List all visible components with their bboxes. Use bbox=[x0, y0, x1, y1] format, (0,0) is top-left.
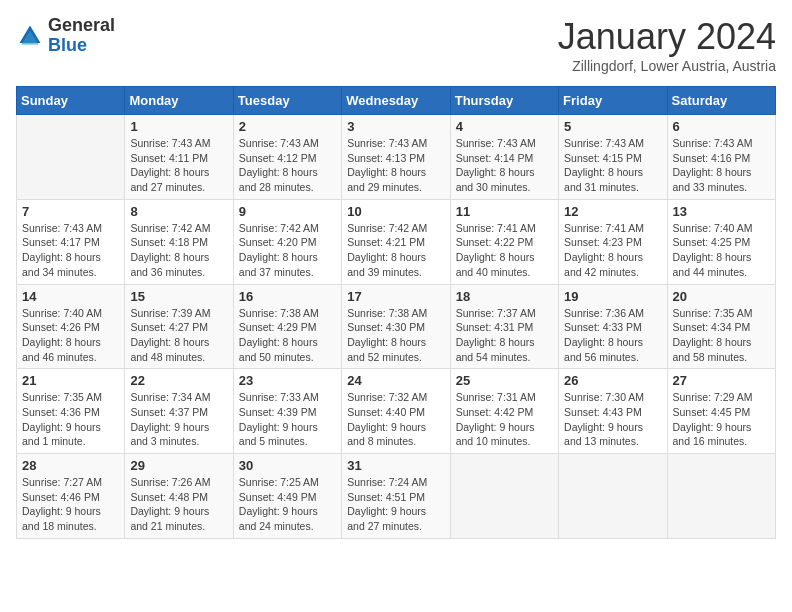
cell-content: Sunrise: 7:36 AMSunset: 4:33 PMDaylight:… bbox=[564, 306, 661, 365]
location: Zillingdorf, Lower Austria, Austria bbox=[558, 58, 776, 74]
day-number: 22 bbox=[130, 373, 227, 388]
cell-content: Sunrise: 7:26 AMSunset: 4:48 PMDaylight:… bbox=[130, 475, 227, 534]
day-number: 14 bbox=[22, 289, 119, 304]
day-number: 19 bbox=[564, 289, 661, 304]
day-number: 6 bbox=[673, 119, 770, 134]
day-number: 11 bbox=[456, 204, 553, 219]
cell-content: Sunrise: 7:42 AMSunset: 4:21 PMDaylight:… bbox=[347, 221, 444, 280]
day-number: 1 bbox=[130, 119, 227, 134]
calendar-cell: 23Sunrise: 7:33 AMSunset: 4:39 PMDayligh… bbox=[233, 369, 341, 454]
calendar-week-row: 1Sunrise: 7:43 AMSunset: 4:11 PMDaylight… bbox=[17, 115, 776, 200]
calendar-cell: 30Sunrise: 7:25 AMSunset: 4:49 PMDayligh… bbox=[233, 454, 341, 539]
calendar-cell: 3Sunrise: 7:43 AMSunset: 4:13 PMDaylight… bbox=[342, 115, 450, 200]
cell-content: Sunrise: 7:39 AMSunset: 4:27 PMDaylight:… bbox=[130, 306, 227, 365]
calendar-cell bbox=[17, 115, 125, 200]
day-number: 2 bbox=[239, 119, 336, 134]
logo-icon bbox=[16, 22, 44, 50]
calendar-cell: 12Sunrise: 7:41 AMSunset: 4:23 PMDayligh… bbox=[559, 199, 667, 284]
calendar-table: SundayMondayTuesdayWednesdayThursdayFrid… bbox=[16, 86, 776, 539]
calendar-cell bbox=[450, 454, 558, 539]
calendar-cell: 27Sunrise: 7:29 AMSunset: 4:45 PMDayligh… bbox=[667, 369, 775, 454]
calendar-cell: 1Sunrise: 7:43 AMSunset: 4:11 PMDaylight… bbox=[125, 115, 233, 200]
calendar-cell: 21Sunrise: 7:35 AMSunset: 4:36 PMDayligh… bbox=[17, 369, 125, 454]
calendar-cell: 31Sunrise: 7:24 AMSunset: 4:51 PMDayligh… bbox=[342, 454, 450, 539]
cell-content: Sunrise: 7:43 AMSunset: 4:13 PMDaylight:… bbox=[347, 136, 444, 195]
calendar-week-row: 14Sunrise: 7:40 AMSunset: 4:26 PMDayligh… bbox=[17, 284, 776, 369]
cell-content: Sunrise: 7:30 AMSunset: 4:43 PMDaylight:… bbox=[564, 390, 661, 449]
cell-content: Sunrise: 7:27 AMSunset: 4:46 PMDaylight:… bbox=[22, 475, 119, 534]
calendar-week-row: 7Sunrise: 7:43 AMSunset: 4:17 PMDaylight… bbox=[17, 199, 776, 284]
cell-content: Sunrise: 7:43 AMSunset: 4:12 PMDaylight:… bbox=[239, 136, 336, 195]
day-number: 15 bbox=[130, 289, 227, 304]
cell-content: Sunrise: 7:43 AMSunset: 4:16 PMDaylight:… bbox=[673, 136, 770, 195]
calendar-cell: 26Sunrise: 7:30 AMSunset: 4:43 PMDayligh… bbox=[559, 369, 667, 454]
logo-general: General bbox=[48, 16, 115, 36]
day-number: 28 bbox=[22, 458, 119, 473]
calendar-cell: 6Sunrise: 7:43 AMSunset: 4:16 PMDaylight… bbox=[667, 115, 775, 200]
cell-content: Sunrise: 7:41 AMSunset: 4:23 PMDaylight:… bbox=[564, 221, 661, 280]
cell-content: Sunrise: 7:43 AMSunset: 4:14 PMDaylight:… bbox=[456, 136, 553, 195]
day-number: 21 bbox=[22, 373, 119, 388]
calendar-cell: 7Sunrise: 7:43 AMSunset: 4:17 PMDaylight… bbox=[17, 199, 125, 284]
calendar-cell: 22Sunrise: 7:34 AMSunset: 4:37 PMDayligh… bbox=[125, 369, 233, 454]
day-number: 7 bbox=[22, 204, 119, 219]
calendar-cell: 4Sunrise: 7:43 AMSunset: 4:14 PMDaylight… bbox=[450, 115, 558, 200]
day-number: 3 bbox=[347, 119, 444, 134]
day-number: 13 bbox=[673, 204, 770, 219]
cell-content: Sunrise: 7:31 AMSunset: 4:42 PMDaylight:… bbox=[456, 390, 553, 449]
weekday-header: Friday bbox=[559, 87, 667, 115]
cell-content: Sunrise: 7:38 AMSunset: 4:29 PMDaylight:… bbox=[239, 306, 336, 365]
day-number: 20 bbox=[673, 289, 770, 304]
calendar-cell bbox=[667, 454, 775, 539]
calendar-cell: 15Sunrise: 7:39 AMSunset: 4:27 PMDayligh… bbox=[125, 284, 233, 369]
day-number: 26 bbox=[564, 373, 661, 388]
day-number: 8 bbox=[130, 204, 227, 219]
day-number: 18 bbox=[456, 289, 553, 304]
day-number: 10 bbox=[347, 204, 444, 219]
month-title: January 2024 bbox=[558, 16, 776, 58]
day-number: 16 bbox=[239, 289, 336, 304]
day-number: 4 bbox=[456, 119, 553, 134]
cell-content: Sunrise: 7:40 AMSunset: 4:25 PMDaylight:… bbox=[673, 221, 770, 280]
cell-content: Sunrise: 7:41 AMSunset: 4:22 PMDaylight:… bbox=[456, 221, 553, 280]
calendar-cell: 24Sunrise: 7:32 AMSunset: 4:40 PMDayligh… bbox=[342, 369, 450, 454]
day-number: 31 bbox=[347, 458, 444, 473]
cell-content: Sunrise: 7:42 AMSunset: 4:18 PMDaylight:… bbox=[130, 221, 227, 280]
day-number: 25 bbox=[456, 373, 553, 388]
title-area: January 2024 Zillingdorf, Lower Austria,… bbox=[558, 16, 776, 74]
calendar-cell: 17Sunrise: 7:38 AMSunset: 4:30 PMDayligh… bbox=[342, 284, 450, 369]
cell-content: Sunrise: 7:24 AMSunset: 4:51 PMDaylight:… bbox=[347, 475, 444, 534]
day-number: 9 bbox=[239, 204, 336, 219]
calendar-cell: 2Sunrise: 7:43 AMSunset: 4:12 PMDaylight… bbox=[233, 115, 341, 200]
calendar-cell: 25Sunrise: 7:31 AMSunset: 4:42 PMDayligh… bbox=[450, 369, 558, 454]
logo-blue: Blue bbox=[48, 36, 115, 56]
calendar-cell: 11Sunrise: 7:41 AMSunset: 4:22 PMDayligh… bbox=[450, 199, 558, 284]
calendar-cell bbox=[559, 454, 667, 539]
weekday-header: Tuesday bbox=[233, 87, 341, 115]
cell-content: Sunrise: 7:37 AMSunset: 4:31 PMDaylight:… bbox=[456, 306, 553, 365]
cell-content: Sunrise: 7:40 AMSunset: 4:26 PMDaylight:… bbox=[22, 306, 119, 365]
calendar-cell: 5Sunrise: 7:43 AMSunset: 4:15 PMDaylight… bbox=[559, 115, 667, 200]
cell-content: Sunrise: 7:29 AMSunset: 4:45 PMDaylight:… bbox=[673, 390, 770, 449]
weekday-header: Saturday bbox=[667, 87, 775, 115]
weekday-header-row: SundayMondayTuesdayWednesdayThursdayFrid… bbox=[17, 87, 776, 115]
cell-content: Sunrise: 7:43 AMSunset: 4:17 PMDaylight:… bbox=[22, 221, 119, 280]
calendar-cell: 16Sunrise: 7:38 AMSunset: 4:29 PMDayligh… bbox=[233, 284, 341, 369]
cell-content: Sunrise: 7:43 AMSunset: 4:15 PMDaylight:… bbox=[564, 136, 661, 195]
calendar-cell: 18Sunrise: 7:37 AMSunset: 4:31 PMDayligh… bbox=[450, 284, 558, 369]
calendar-cell: 10Sunrise: 7:42 AMSunset: 4:21 PMDayligh… bbox=[342, 199, 450, 284]
day-number: 12 bbox=[564, 204, 661, 219]
weekday-header: Thursday bbox=[450, 87, 558, 115]
cell-content: Sunrise: 7:35 AMSunset: 4:34 PMDaylight:… bbox=[673, 306, 770, 365]
day-number: 24 bbox=[347, 373, 444, 388]
calendar-cell: 8Sunrise: 7:42 AMSunset: 4:18 PMDaylight… bbox=[125, 199, 233, 284]
weekday-header: Sunday bbox=[17, 87, 125, 115]
cell-content: Sunrise: 7:25 AMSunset: 4:49 PMDaylight:… bbox=[239, 475, 336, 534]
cell-content: Sunrise: 7:32 AMSunset: 4:40 PMDaylight:… bbox=[347, 390, 444, 449]
calendar-cell: 19Sunrise: 7:36 AMSunset: 4:33 PMDayligh… bbox=[559, 284, 667, 369]
day-number: 29 bbox=[130, 458, 227, 473]
logo: General Blue bbox=[16, 16, 115, 56]
calendar-cell: 14Sunrise: 7:40 AMSunset: 4:26 PMDayligh… bbox=[17, 284, 125, 369]
weekday-header: Monday bbox=[125, 87, 233, 115]
page-header: General Blue January 2024 Zillingdorf, L… bbox=[16, 16, 776, 74]
